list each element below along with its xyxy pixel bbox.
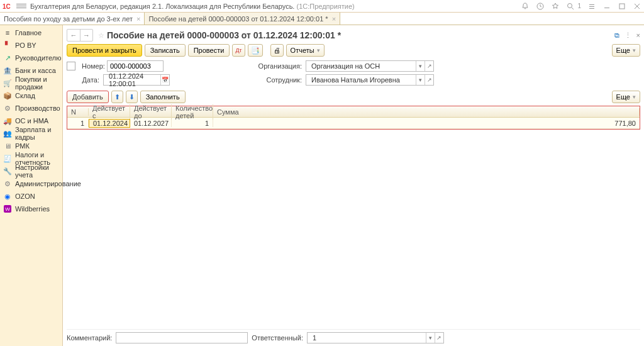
page-close-icon[interactable]: × [636,31,640,40]
admin-icon: ⚙ [4,180,11,187]
nav-forward-icon[interactable]: → [80,30,92,41]
post-and-close-button[interactable]: Провести и закрыть [67,44,142,57]
sidebar-item-manager[interactable]: ↗Руководителю [0,52,62,64]
comment-input[interactable] [116,332,248,343]
tab-allowances-list[interactable]: Пособия по уходу за детьми до 3-ех лет × [0,13,145,25]
svg-rect-3 [589,4,594,5]
sidebar-item-label: Производство [15,104,60,112]
wb-icon: W [4,205,11,213]
print-button[interactable]: 🖨 [270,44,284,57]
open-ref-icon[interactable]: ↗ [435,333,443,343]
sidebar-item-admin[interactable]: ⚙Администрирование [0,177,62,190]
sidebar-item-label: OZON [15,193,35,200]
wrench-icon: 🔧 [4,167,11,175]
sidebar-item-rmk[interactable]: 🖥РМК [0,140,62,152]
sidebar-item-assets[interactable]: 🚚ОС и НМА [0,114,62,127]
star-icon[interactable] [551,2,560,11]
date-input[interactable]: 01.12.2024 12:00:01 📅 [103,74,170,86]
bell-icon[interactable] [521,2,530,11]
sidebar-item-label: ОС и НМА [15,117,48,125]
structure-button[interactable]: 📑 [248,44,263,57]
emp-label: Сотрудник: [258,76,302,84]
content-area: ← → ☆ Пособие на детей 0000-000003 от 01… [63,25,644,346]
sidebar-item-trade[interactable]: 🛒Покупки и продажи [0,77,62,89]
sidebar-item-label: PO BY [15,42,36,49]
nav-back-icon[interactable]: ← [67,30,80,41]
sidebar-item-hr[interactable]: 👥Зарплата и кадры [0,127,62,140]
more-menu-icon[interactable]: ⋮ [625,31,631,40]
tab-close-icon[interactable]: × [332,15,336,23]
svg-rect-4 [589,6,594,7]
sidebar-item-settings[interactable]: 🔧Настройки учета [0,165,62,177]
people-icon: 👥 [4,130,11,137]
reports-button[interactable]: Отчеты▾ [286,44,325,57]
more-button[interactable]: Еще▾ [612,44,640,57]
svg-rect-7 [619,4,625,9]
sidebar-item-stock[interactable]: 📦Склад [0,89,62,102]
responsible-combo[interactable]: 1 ▾ ↗ [307,332,444,343]
sidebar-item-main[interactable]: ≡Главное [0,26,62,39]
tab-allowance-doc[interactable]: Пособие на детей 0000-000003 от 01.12.20… [145,13,340,25]
rows-table: N Действует с Действует до Количество де… [67,106,640,130]
svg-rect-5 [589,8,594,9]
search-icon[interactable] [566,2,575,11]
sidebar-item-label: Главное [15,29,42,36]
cell-cnt: 1 [172,120,213,127]
main-menu-icon[interactable] [16,0,26,13]
org-label: Организация: [258,62,302,70]
posted-checkbox[interactable] [67,62,75,70]
favorite-star-icon[interactable]: ☆ [98,31,104,40]
post-button[interactable]: Провести [188,44,230,57]
open-ref-icon[interactable]: ↗ [425,61,433,71]
sidebar-item-production[interactable]: ⚙Производство [0,102,62,114]
truck-icon: 🚚 [4,117,11,125]
page-header: ← → ☆ Пособие на детей 0000-000003 от 01… [67,28,640,43]
col-n: N [67,108,89,116]
sidebar-item-taxes[interactable]: 🧾Налоги и отчетность [0,152,62,165]
col-to: Действует до [130,104,172,120]
minimize-icon[interactable] [602,2,611,11]
chevron-down-icon[interactable]: ▾ [426,333,435,343]
col-cnt: Количество детей [172,104,213,120]
emp-combo[interactable]: Иванова Наталья Игоревна ▾ ↗ [306,74,434,86]
sidebar-item-label: Зарплата и кадры [15,126,58,141]
move-down-button[interactable]: ⬇ [126,91,138,103]
calendar-icon[interactable]: 📅 [160,75,169,85]
ozon-icon: ◉ [4,193,11,200]
history-icon[interactable] [536,2,545,11]
settings-icon[interactable] [587,2,596,11]
cell-from[interactable]: 01.12.2024 [89,119,130,128]
add-row-button[interactable]: Добавить [67,91,109,103]
sidebar-item-label: Wildberries [15,205,50,213]
open-ref-icon[interactable]: ↗ [425,75,433,85]
svg-point-2 [568,3,572,8]
chevron-down-icon[interactable]: ▾ [416,75,425,85]
sidebar-item-bank[interactable]: 🏦Банк и касса [0,64,62,77]
table-row[interactable]: 1 01.12.2024 01.12.2027 1 771,80 [67,118,640,129]
org-combo[interactable]: Организация на ОСН ▾ ↗ [306,60,434,72]
comment-label: Комментарий: [67,334,112,342]
close-icon[interactable] [633,2,641,11]
number-input[interactable] [107,60,164,72]
document-toolbar: Провести и закрыть Записать Провести Дт … [67,44,640,57]
fill-button[interactable]: Заполнить [140,91,186,103]
dt-kt-button[interactable]: Дт [232,44,245,57]
sidebar-item-poby[interactable]: ▘PO BY [0,39,62,52]
tab-label: Пособие на детей 0000-000003 от 01.12.20… [148,15,328,23]
write-button[interactable]: Записать [145,44,186,57]
sidebar-item-ozon[interactable]: ◉OZON [0,190,62,203]
number-label: Номер: [82,62,103,70]
doc-icon: 🧾 [4,155,11,162]
sidebar-item-wildberries[interactable]: WWildberries [0,203,62,215]
chevron-down-icon[interactable]: ▾ [416,61,425,71]
move-up-button[interactable]: ⬆ [111,91,123,103]
cell-n: 1 [67,120,89,127]
maximize-icon[interactable] [618,2,626,11]
nav-buttons: ← → [67,29,93,42]
tab-close-icon[interactable]: × [136,15,140,23]
link-icon[interactable]: ⧉ [614,31,619,40]
chart-icon: ↗ [4,54,11,62]
table-more-button[interactable]: Еще▾ [612,91,640,103]
table-header: N Действует с Действует до Количество де… [67,106,640,118]
flag-icon: ▘ [4,42,11,49]
